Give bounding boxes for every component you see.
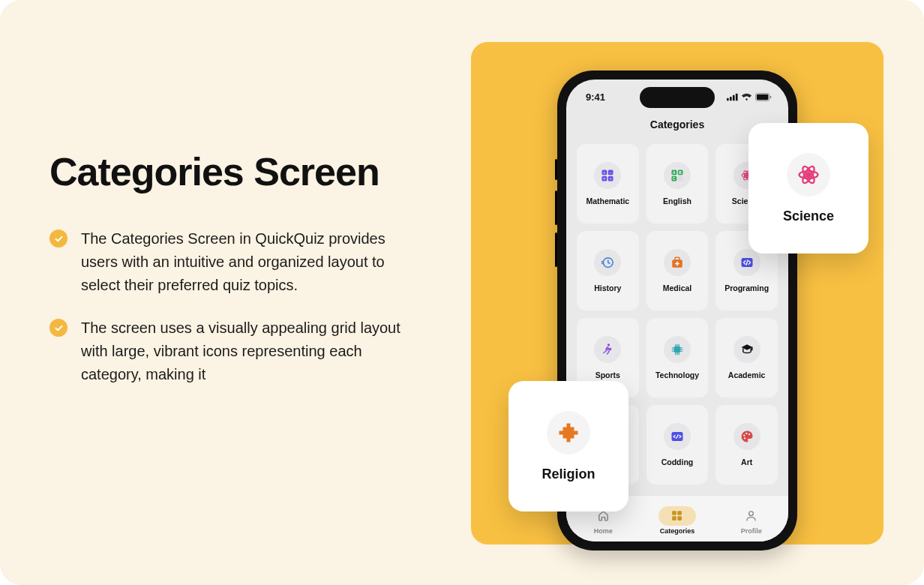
phone-button [555,190,557,225]
svg-text:+: + [604,170,606,175]
svg-point-26 [746,175,748,177]
bullet-item: The screen uses a visually appealing gri… [50,316,462,386]
nav-label: Categories [660,527,695,535]
category-label: Mathematic [586,196,629,206]
svg-rect-35 [674,346,680,352]
category-label: History [594,284,621,292]
category-tile-mathematic[interactable]: +−×÷ Mathematic [577,144,639,224]
nav-label: Home [594,527,613,535]
popout-label: Science [783,208,834,224]
svg-point-43 [748,434,750,435]
nav-label: Profile [741,527,762,535]
category-tile-history[interactable]: History [577,231,639,310]
svg-text:÷: ÷ [610,176,612,181]
science-icon [787,153,830,196]
popout-card-science: Science [748,123,868,254]
svg-rect-4 [727,98,729,100]
category-label: Art [741,458,752,466]
category-label: Sports [596,370,620,380]
category-label: Medical [663,284,692,292]
checkmark-icon [50,319,68,337]
svg-rect-48 [678,516,682,520]
nav-item-categories[interactable]: Categories [658,506,696,535]
category-tile-medical[interactable]: Medical [646,231,709,310]
sports-icon [594,336,621,363]
bullet-text: The Categories Screen in QuickQuiz provi… [81,227,404,297]
category-label: Technology [656,370,699,380]
text-column: Categories Screen The Categories Screen … [50,149,462,406]
svg-rect-47 [673,516,677,520]
popout-label: Religion [542,466,596,482]
religion-icon [547,411,590,454]
svg-point-44 [744,437,746,439]
status-time: 9:41 [586,92,605,103]
wifi-icon [741,93,752,101]
svg-rect-22 [678,176,683,182]
category-label: Codding [662,458,694,466]
svg-rect-9 [757,94,769,99]
bullet-text: The screen uses a visually appealing gri… [81,316,404,386]
checkmark-icon [50,230,68,248]
svg-text:−: − [610,170,612,175]
svg-point-42 [746,433,747,434]
nav-item-profile[interactable]: Profile [733,506,770,535]
svg-point-0 [806,172,811,177]
svg-rect-46 [678,511,682,515]
programing-icon [734,249,760,276]
category-label: English [663,196,692,206]
svg-rect-7 [736,93,738,100]
svg-point-34 [608,344,610,346]
svg-rect-5 [730,97,732,100]
history-icon [594,249,621,276]
svg-rect-6 [733,94,735,100]
popout-card-religion: Religion [508,381,628,512]
svg-text:×: × [604,176,606,181]
academic-icon [734,336,760,363]
medical-icon [664,249,691,276]
svg-rect-45 [673,511,677,515]
svg-text:C: C [673,177,676,181]
category-tile-art[interactable]: Art [716,405,778,484]
user-icon [733,506,770,526]
category-tile-english[interactable]: ABC English [646,144,709,224]
page-title: Categories Screen [50,149,462,194]
svg-rect-10 [770,95,772,98]
svg-point-41 [743,434,745,436]
art-icon [734,423,760,450]
signal-icon [727,93,738,101]
svg-point-49 [749,512,754,516]
battery-icon [755,93,772,101]
grid-icon [658,506,696,526]
showcase-panel: Science Religion 9:41 [471,42,884,544]
category-tile-technology[interactable]: Technology [646,318,709,398]
svg-text:A: A [673,171,676,175]
phone-button [555,232,557,267]
slide-page: Categories Screen The Categories Screen … [0,0,924,585]
phone-button [555,159,557,180]
phone-notch [640,87,715,108]
category-tile-codding[interactable]: Codding [646,405,709,484]
category-label: Academic [728,370,766,380]
category-label: Programing [724,284,769,292]
category-tile-academic[interactable]: Academic [716,318,778,398]
english-icon: ABC [664,162,691,189]
math-icon: +−×÷ [594,162,621,189]
svg-rect-32 [675,257,680,260]
codding-icon [664,423,691,450]
status-icons [727,93,772,101]
svg-text:B: B [679,171,682,175]
technology-icon [664,336,691,363]
bullet-item: The Categories Screen in QuickQuiz provi… [50,227,462,297]
